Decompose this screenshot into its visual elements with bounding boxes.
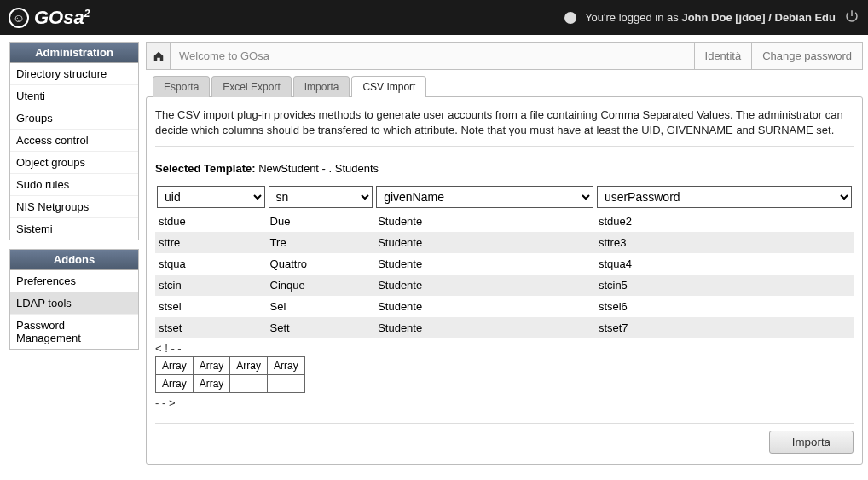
- tab-esporta[interactable]: Esporta: [153, 76, 210, 97]
- table-row: stcinCinqueStudentestcin5: [155, 275, 854, 296]
- identity-link[interactable]: Identità: [694, 43, 752, 69]
- topbar: ☺ GOsa2 You're logged in as John Doe [jd…: [0, 0, 868, 35]
- selected-template: Selected Template: NewStudent - . Studen…: [155, 162, 854, 175]
- sidebar-addons: Addons PreferencesLDAP toolsPassword Man…: [9, 249, 139, 350]
- main-area: Welcome to GOsa Identità Change password…: [146, 42, 863, 465]
- table-row: stquaQuattroStudentestqua4: [155, 253, 854, 275]
- divider: [155, 423, 854, 424]
- sidebar-item-sistemi[interactable]: Sistemi: [10, 217, 138, 240]
- sidebar-admin-header: Administration: [10, 43, 138, 63]
- sidebar-item-sudo-rules[interactable]: Sudo rules: [10, 173, 138, 195]
- panel-description: The CSV import plug-in provides methods …: [155, 107, 854, 137]
- sidebar-item-preferences[interactable]: Preferences: [10, 270, 138, 292]
- status-indicator-icon: [564, 12, 576, 24]
- import-button[interactable]: Importa: [769, 431, 854, 454]
- table-row: stseiSeiStudentestsei6: [155, 296, 854, 317]
- sidebar-item-object-groups[interactable]: Object groups: [10, 151, 138, 173]
- sidebar-item-groups[interactable]: Groups: [10, 107, 138, 129]
- column-mapping-select-2[interactable]: givenName: [376, 186, 593, 208]
- breadcrumb-title: Welcome to GOsa: [171, 43, 694, 69]
- app-logo: ☺ GOsa2: [9, 7, 90, 29]
- debug-open: < ! - -: [155, 342, 854, 355]
- debug-close: - - >: [155, 396, 854, 409]
- topbar-right: You're logged in as John Doe [jdoe] / De…: [564, 9, 859, 26]
- table-row: sttreTreStudentesttre3: [155, 232, 854, 253]
- sidebar-addons-header: Addons: [10, 250, 138, 270]
- login-status: You're logged in as John Doe [jdoe] / De…: [585, 11, 836, 24]
- tab-excel-export[interactable]: Excel Export: [211, 76, 291, 97]
- tabs: EsportaExcel ExportImportaCSV Import: [146, 75, 863, 96]
- column-mapping-select-1[interactable]: sn: [269, 186, 373, 208]
- debug-table: ArrayArrayArrayArrayArrayArray: [155, 356, 305, 393]
- tab-csv-import[interactable]: CSV Import: [351, 76, 426, 97]
- sidebar-item-directory-structure[interactable]: Directory structure: [10, 63, 138, 84]
- sidebar-item-password-management[interactable]: Password Management: [10, 314, 138, 349]
- change-password-link[interactable]: Change password: [751, 43, 862, 69]
- sidebar: Administration Directory structureUtenti…: [9, 42, 139, 358]
- csv-import-panel: The CSV import plug-in provides methods …: [146, 96, 863, 465]
- home-button[interactable]: [147, 43, 171, 69]
- breadcrumb: Welcome to GOsa Identità Change password: [146, 42, 863, 70]
- sidebar-item-nis-netgroups[interactable]: NIS Netgroups: [10, 195, 138, 217]
- sidebar-item-utenti[interactable]: Utenti: [10, 84, 138, 107]
- table-row: stsetSettStudentestset7: [155, 317, 854, 338]
- divider: [155, 146, 854, 147]
- column-mapping-select-0[interactable]: uid: [157, 186, 265, 208]
- tab-importa[interactable]: Importa: [293, 76, 350, 97]
- sidebar-item-ldap-tools[interactable]: LDAP tools: [10, 292, 138, 314]
- logout-button[interactable]: [844, 9, 859, 26]
- column-mapping-select-3[interactable]: userPassword: [597, 186, 852, 208]
- sidebar-item-access-control[interactable]: Access control: [10, 129, 138, 151]
- table-row: stdueDueStudentestdue2: [155, 211, 854, 232]
- mapping-table: uidsngivenNameuserPassword stdueDueStude…: [155, 183, 854, 338]
- app-name: GOsa2: [34, 7, 90, 29]
- logo-icon: ☺: [9, 8, 29, 28]
- sidebar-administration: Administration Directory structureUtenti…: [9, 42, 139, 240]
